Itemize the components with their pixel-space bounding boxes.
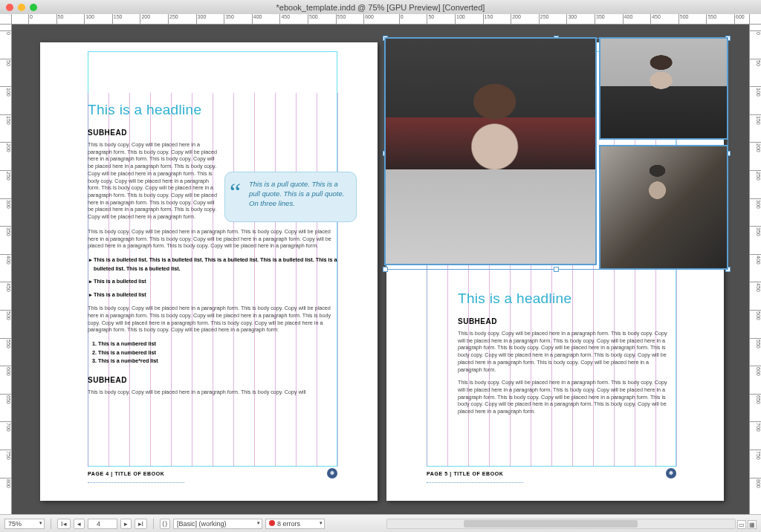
chevron-down-icon: ▾	[320, 520, 323, 526]
page-5[interactable]: This is a headline SUBHEAD This is body …	[386, 42, 724, 501]
footer-logo-icon: ✻	[666, 468, 676, 479]
chevron-down-icon: ▾	[257, 520, 260, 526]
vertical-ruler-left[interactable]: 0501001502002503003504004505005506006507…	[0, 25, 12, 514]
scrollbar-thumb[interactable]	[464, 520, 638, 528]
ruler-tick: 350	[224, 14, 234, 24]
text-frame-main[interactable]: This is a headline SUBHEAD This is body …	[88, 102, 337, 395]
ruler-tick: 500	[0, 310, 11, 320]
ruler-tick: 250	[539, 14, 549, 24]
image-frame-large[interactable]	[385, 38, 596, 265]
ruler-tick: 800	[750, 478, 761, 488]
ruler-tick: 300	[196, 14, 207, 24]
ruler-tick: 150	[483, 14, 493, 24]
ruler-tick: 50	[427, 14, 434, 24]
preflight-errors-menu[interactable]: 8 errors▾	[265, 519, 325, 529]
image-frame-top-right[interactable]	[600, 38, 728, 139]
vertical-ruler-right[interactable]: 0501001502002503003504004505005506006507…	[749, 25, 761, 514]
body-text: This is body copy. Copy will be placed h…	[88, 305, 337, 334]
zoom-window-button[interactable]	[30, 4, 37, 11]
ruler-tick: 550	[336, 14, 346, 24]
ruler-tick: 550	[706, 14, 716, 24]
ruler-tick: 300	[566, 14, 577, 24]
ruler-tick: 50	[750, 59, 761, 66]
headline: This is a headline	[88, 102, 337, 118]
ruler-tick: 650	[0, 394, 11, 404]
ruler-tick: 200	[750, 142, 761, 152]
chevron-down-icon: ▾	[39, 520, 42, 526]
ruler-tick: 0	[750, 30, 761, 35]
subhead: SUBHEAD	[88, 376, 337, 384]
status-bar: 75%▾ I◂ ◂ 4 ▸ ▸I ⟨⟩ [Basic] (working)▾ 8…	[0, 514, 761, 532]
ruler-tick: 450	[279, 14, 290, 24]
body-text: This is body copy. Copy will be placed h…	[458, 379, 669, 415]
list-item: This is a numbe*red list	[98, 357, 337, 366]
ruler-tick: 650	[750, 394, 761, 404]
ruler-tick: 700	[0, 421, 11, 432]
ruler-tick: 100	[0, 86, 11, 97]
ruler-tick: 250	[168, 14, 178, 24]
text-frame-main[interactable]: This is a headline SUBHEAD This is body …	[458, 291, 669, 415]
ruler-tick: 250	[750, 170, 761, 181]
ruler-tick: 0	[399, 14, 404, 24]
resize-handle[interactable]	[383, 267, 388, 272]
image-frame-bottom-right[interactable]	[600, 146, 728, 269]
ruler-tick: 200	[511, 14, 521, 24]
zoom-level-field[interactable]: 75%▾	[4, 519, 45, 529]
preflight-profile-menu[interactable]: [Basic] (working)▾	[173, 519, 262, 529]
ruler-tick: 400	[750, 254, 761, 265]
page-4[interactable]: This is a headline SUBHEAD This is body …	[40, 42, 378, 501]
split-view-button[interactable]: ▭	[737, 520, 746, 529]
next-page-button[interactable]: ▸	[120, 519, 132, 529]
error-indicator-icon	[269, 520, 275, 526]
ruler-tick: 100	[84, 14, 94, 24]
page-number-field[interactable]: 4	[88, 519, 117, 529]
list-item: This is a bulleted list	[94, 291, 337, 299]
document-canvas[interactable]: This is a headline SUBHEAD This is body …	[12, 25, 749, 514]
ruler-tick: 600	[750, 366, 761, 376]
ruler-tick: 350	[595, 14, 605, 24]
ruler-tick: 100	[750, 86, 761, 97]
window-controls	[6, 4, 37, 11]
first-page-button[interactable]: I◂	[57, 519, 71, 529]
ruler-origin[interactable]	[0, 14, 12, 25]
ruler-tick: 50	[56, 14, 64, 24]
ruler-tick: 0	[28, 14, 33, 24]
body-text: This is body copy. Copy will be placed h…	[88, 141, 218, 221]
open-panel-button[interactable]: ⟨⟩	[160, 519, 170, 529]
ruler-tick: 300	[0, 198, 11, 209]
ruler-tick: 100	[455, 14, 465, 24]
ruler-origin-right	[749, 14, 761, 25]
ruler-tick: 150	[0, 114, 11, 125]
pull-quote-frame[interactable]: “ This is a pull quote. This is a pull q…	[224, 172, 357, 222]
ruler-tick: 400	[252, 14, 262, 24]
body-text: This is body copy. Copy will be placed h…	[88, 389, 337, 396]
ruler-tick: 750	[750, 450, 761, 460]
horizontal-ruler[interactable]: 0501001502002503003504004505005506000501…	[12, 14, 749, 25]
ruler-tick: 600	[363, 14, 374, 24]
list-item: This is a bulleted list	[94, 277, 337, 286]
ruler-tick: 700	[750, 421, 761, 432]
ruler-tick: 250	[0, 170, 11, 181]
ruler-tick: 300	[750, 198, 761, 209]
headline: This is a headline	[458, 291, 669, 307]
minimize-window-button[interactable]	[18, 4, 25, 11]
ruler-tick: 550	[750, 338, 761, 348]
horizontal-scrollbar[interactable]	[386, 519, 736, 529]
footer-text: PAGE 4 | TITLE OF EBOOK	[88, 471, 165, 476]
ruler-tick: 500	[679, 14, 689, 24]
ruler-tick: 150	[750, 114, 761, 125]
list-item: This is a numbered list	[98, 348, 337, 357]
ruler-tick: 600	[0, 366, 11, 376]
footer-logo-icon: ✻	[327, 468, 337, 479]
ruler-tick: 450	[750, 282, 761, 292]
last-page-button[interactable]: ▸I	[135, 519, 148, 529]
prev-page-button[interactable]: ◂	[74, 519, 85, 529]
ruler-tick: 50	[0, 59, 11, 66]
placed-image	[386, 39, 595, 264]
close-window-button[interactable]	[6, 4, 13, 11]
screen-mode-button[interactable]: ▦	[748, 520, 757, 529]
page-footer: PAGE 4 | TITLE OF EBOOK ✻	[88, 468, 337, 479]
ruler-tick: 350	[0, 226, 11, 236]
ruler-tick: 450	[650, 14, 661, 24]
ruler-tick: 450	[0, 282, 11, 292]
